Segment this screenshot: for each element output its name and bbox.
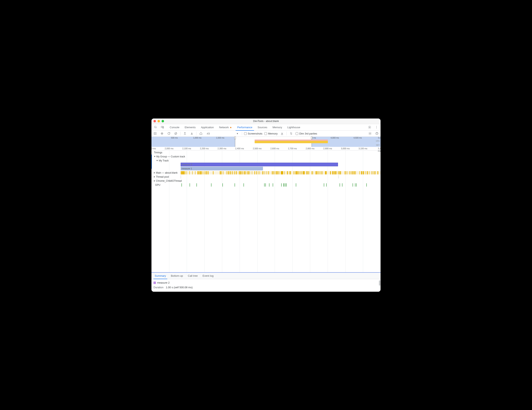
collapse-icon[interactable] [154,156,155,157]
svg-rect-1 [161,126,163,128]
home-icon[interactable] [199,131,203,136]
dim-3rd-parties-checkbox[interactable]: Dim 3rd parties [296,132,317,135]
tab-performance[interactable]: Performance [235,124,255,130]
selection-handle-left[interactable] [234,137,236,139]
overview-net-label: NET [376,144,380,146]
download-icon[interactable] [189,131,194,136]
performance-toolbar: #3 ▼ Screenshots Memory Dim 3rd parties [152,131,380,137]
tab-network[interactable]: Network▲ [217,124,235,130]
tab-event-log[interactable]: Event log [200,273,216,279]
selection-handle-right[interactable] [311,137,313,139]
measure-2-row: measure 2 [152,163,380,167]
summary-swatch-icon [153,282,156,284]
tab-summary[interactable]: Summary [153,273,168,279]
panel-tabstrip: Console Elements Application Network▲ Pe… [152,124,380,131]
capture-settings-icon[interactable] [368,131,372,136]
child-io-thread-track[interactable]: Chrome_ChildIOThread [152,179,380,183]
tab-memory[interactable]: Memory [270,124,285,130]
summary-content: measure 2 Duration 1.00 s (self 500.08 m… [152,279,380,292]
measure-1-row: measure 1 [152,167,380,171]
overview-cpu-label: CPU [376,140,380,142]
toggle-drawer-icon[interactable] [153,131,158,136]
svg-point-9 [162,133,162,134]
flame-chart-area[interactable]: 1,900 ms2,000 ms2,100 ms2,200 ms2,300 ms… [152,147,380,272]
svg-point-6 [376,128,377,128]
window-controls [153,120,164,122]
gc-icon[interactable] [280,131,285,136]
tab-elements[interactable]: Elements [182,124,198,130]
close-window-icon[interactable] [153,120,156,122]
tab-lighthouse[interactable]: Lighthouse [285,124,303,130]
measure-2-bar[interactable]: measure 2 [181,163,338,166]
timeline-overview[interactable]: 500 ms1,000 ms1,500 ms2,000 ms2,500 ms3,… [152,137,380,147]
tab-application[interactable]: Application [199,124,216,130]
panel-tabs: Console Elements Application Network▲ Pe… [167,124,303,130]
details-pane: Summary Bottom-up Call tree Event log me… [152,272,380,292]
thread-pool-track[interactable]: Thread pool [152,175,380,179]
flame-ruler: 1,900 ms2,000 ms2,100 ms2,200 ms2,300 ms… [152,147,380,151]
warning-icon: ▲ [229,126,232,129]
inspect-element-icon[interactable] [153,124,158,130]
tab-sources[interactable]: Sources [255,124,270,130]
details-tabs: Summary Bottom-up Call tree Event log [152,273,380,279]
svg-point-5 [376,127,377,128]
dropdown-caret-icon: ▼ [236,132,238,135]
main-thread-track[interactable]: Main — about:blank [152,171,380,175]
custom-group-header[interactable]: My Group — Custom track [152,155,380,159]
window-title: DevTools - about:blank [253,120,279,123]
minimize-window-icon[interactable] [158,120,160,122]
screenshots-checkbox[interactable]: Screenshots [244,132,262,135]
summary-title: measure 2 [153,281,379,284]
scrollbar-thumb[interactable] [379,280,380,286]
memory-checkbox[interactable]: Memory [264,132,277,135]
device-toolbar-icon[interactable] [160,124,165,130]
reload-record-icon[interactable] [166,131,171,136]
timings-header[interactable]: Timings [152,151,380,155]
profile-select[interactable]: #3 ▼ [205,131,240,136]
clear-icon[interactable] [173,131,178,136]
svg-point-13 [377,134,377,134]
devtools-window: DevTools - about:blank Console Elements … [152,118,380,292]
track-list: Timings My Group — Custom track My Track… [152,151,380,187]
record-icon[interactable] [160,131,164,136]
expand-icon[interactable] [154,172,155,173]
gpu-track[interactable]: GPU [152,183,380,187]
upload-icon[interactable] [182,131,187,136]
shortcuts-icon[interactable] [289,131,294,136]
tab-console[interactable]: Console [167,124,182,130]
settings-icon[interactable] [367,124,372,130]
kebab-menu-icon[interactable] [374,124,379,130]
expand-icon[interactable] [154,180,155,182]
title-bar: DevTools - about:blank [152,118,380,124]
fullscreen-window-icon[interactable] [162,120,164,122]
svg-point-3 [369,127,370,128]
measure-1-bar[interactable]: measure 1 [181,167,263,170]
tab-call-tree[interactable]: Call tree [186,273,200,279]
svg-point-4 [376,126,377,126]
tab-bottom-up[interactable]: Bottom-up [169,273,185,279]
timings-label: Timings [152,151,162,155]
expand-icon[interactable] [154,176,155,178]
collapse-icon[interactable] [156,160,158,161]
custom-track-header[interactable]: My Track [152,159,380,163]
help-icon[interactable] [374,131,379,136]
summary-duration-row: Duration 1.00 s (self 500.08 ms) [153,286,379,289]
overview-cpu-flame [255,140,328,143]
svg-point-11 [370,133,370,134]
profile-name: #3 [207,132,210,135]
